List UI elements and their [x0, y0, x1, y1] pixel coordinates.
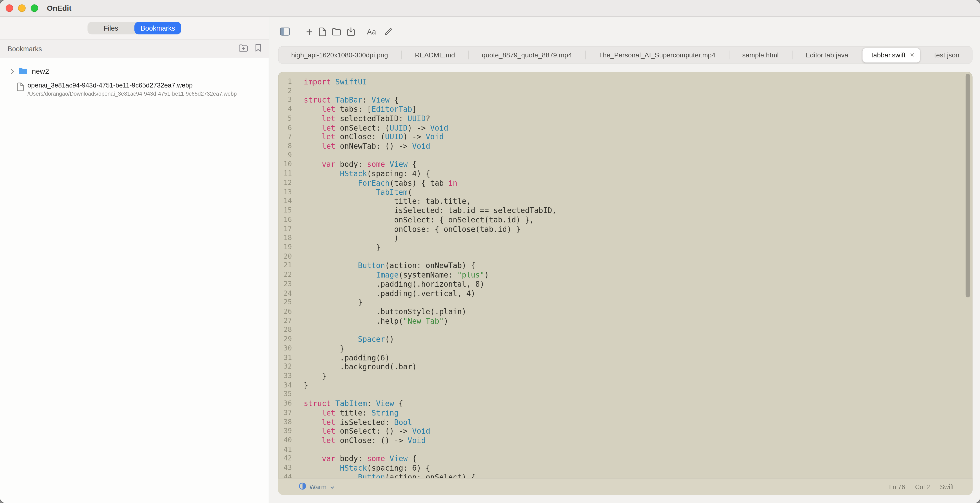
- code-text: struct TabItem: View {: [292, 400, 403, 409]
- code-line-10: 10 var body: some View {: [278, 160, 972, 169]
- edit-tools-icon[interactable]: [384, 27, 392, 36]
- line-number: 17: [278, 225, 292, 234]
- tab-bar: high_api-1620x1080-300dpi.pngREADME.mdqu…: [278, 46, 972, 64]
- code-line-34: 34}: [278, 381, 972, 390]
- bookmarks-tree: new2 openai_3e81ac94-943d-4751-be11-9c65…: [0, 57, 269, 503]
- minimize-window-button[interactable]: [18, 4, 25, 12]
- code-text: let onClose: () -> Void: [292, 436, 426, 445]
- line-number: 14: [278, 197, 292, 206]
- theme-name: Warm: [309, 483, 327, 490]
- code-text: HStack(spacing: 6) {: [292, 464, 430, 473]
- code-text: let onClose: (UUID) -> Void: [292, 133, 444, 142]
- code-line-31: 31 .padding(6): [278, 353, 972, 363]
- tab-EditorTab.java[interactable]: EditorTab.java: [792, 46, 861, 64]
- tree-file-row[interactable]: openai_3e81ac94-943d-4751-be11-9c65d2732…: [0, 81, 269, 97]
- line-number: 8: [278, 142, 292, 151]
- files-segment-button[interactable]: Files: [88, 22, 134, 35]
- code-line-7: 7 let onClose: (UUID) -> Void: [278, 133, 972, 142]
- line-number: 2: [278, 87, 292, 96]
- code-line-29: 29 Spacer(): [278, 335, 972, 344]
- line-number: 31: [278, 353, 292, 363]
- code-line-22: 22 Image(systemName: "plus"): [278, 271, 972, 280]
- bookmark-icon[interactable]: [255, 43, 261, 54]
- new-tab-icon[interactable]: [305, 28, 313, 35]
- code-text: Button(action: onSelect) {: [292, 473, 475, 478]
- tab-README.md[interactable]: README.md: [402, 46, 468, 64]
- tab-test.json[interactable]: test.json: [921, 46, 972, 64]
- line-number: 33: [278, 372, 292, 381]
- code-text: [292, 252, 304, 261]
- code-text: [292, 151, 304, 160]
- code-line-17: 17 onClose: { onClose(tab.id) }: [278, 225, 972, 234]
- code-text: TabItem(: [292, 188, 412, 197]
- tab-tabbar.swift[interactable]: tabbar.swift×: [863, 48, 920, 62]
- new-file-icon[interactable]: [319, 27, 326, 36]
- tab-The_Personal_AI_Supercomputer.mp4[interactable]: The_Personal_AI_Supercomputer.mp4: [585, 46, 729, 64]
- folder-icon: [19, 65, 27, 77]
- line-number: 27: [278, 317, 292, 326]
- line-number: 6: [278, 123, 292, 133]
- code-text: [292, 87, 304, 96]
- code-text: isSelected: tab.id == selectedTabID,: [292, 206, 557, 215]
- code-text: [292, 326, 304, 335]
- bookmarks-segment-button[interactable]: Bookmarks: [134, 22, 181, 35]
- chevron-down-icon: [330, 483, 334, 490]
- line-number: 40: [278, 436, 292, 445]
- code-text: .buttonStyle(.plain): [292, 307, 466, 317]
- code-line-41: 41: [278, 445, 972, 455]
- code-line-9: 9: [278, 151, 972, 160]
- editor-pane: Aa high_api-1620x1080-300dpi.pngREADME.m…: [269, 17, 980, 503]
- code-line-1: 1import SwiftUI: [278, 78, 972, 87]
- line-number: 11: [278, 169, 292, 178]
- line-number: 34: [278, 381, 292, 390]
- appearance-icon[interactable]: Aa: [367, 27, 376, 36]
- bookmark-file-path: /Users/dorangao/Downloads/openai_3e81ac9…: [27, 91, 269, 97]
- code-text: }: [292, 344, 344, 353]
- code-line-33: 33 }: [278, 372, 972, 381]
- code-line-30: 30 }: [278, 344, 972, 353]
- code-text: let onSelect: (UUID) -> Void: [292, 123, 448, 133]
- close-tab-icon[interactable]: ×: [910, 51, 914, 59]
- code-text: let isSelected: Bool: [292, 418, 412, 427]
- code-line-42: 42 var body: some View {: [278, 455, 972, 464]
- code-editor-container: 1import SwiftUI23struct TabBar: View {4 …: [278, 72, 972, 495]
- line-number: 44: [278, 473, 292, 478]
- window-titlebar[interactable]: OnEdit: [0, 0, 980, 17]
- cursor-col-indicator: Col 2: [915, 483, 930, 490]
- zoom-window-button[interactable]: [30, 4, 38, 12]
- tree-folder-row-new2[interactable]: new2: [0, 64, 269, 79]
- tab-label: The_Personal_AI_Supercomputer.mp4: [599, 51, 715, 59]
- line-number: 18: [278, 234, 292, 243]
- code-text: Image(systemName: "plus"): [292, 271, 489, 280]
- code-line-23: 23 .padding(.horizontal, 8): [278, 280, 972, 289]
- bookmarks-panel-header: Bookmarks: [0, 39, 269, 57]
- code-line-43: 43 HStack(spacing: 6) {: [278, 464, 972, 473]
- traffic-lights: [6, 4, 38, 12]
- line-number: 36: [278, 400, 292, 409]
- line-number: 23: [278, 280, 292, 289]
- code-text: onClose: { onClose(tab.id) }: [292, 225, 520, 234]
- close-window-button[interactable]: [6, 4, 13, 12]
- code-editor[interactable]: 1import SwiftUI23struct TabBar: View {4 …: [278, 72, 972, 478]
- code-line-37: 37 let title: String: [278, 409, 972, 418]
- code-line-32: 32 .background(.bar): [278, 363, 972, 372]
- line-number: 32: [278, 363, 292, 372]
- editor-scrollbar[interactable]: [966, 74, 970, 298]
- open-folder-icon[interactable]: [332, 28, 341, 35]
- line-number: 10: [278, 160, 292, 169]
- code-line-35: 35: [278, 390, 972, 400]
- tab-quote_8879_quote_8879.mp4[interactable]: quote_8879_quote_8879.mp4: [469, 46, 585, 64]
- line-number: 26: [278, 307, 292, 317]
- toggle-sidebar-icon[interactable]: [280, 27, 290, 36]
- editor-statusbar: Warm Ln 76 Col 2 Swift: [278, 478, 972, 495]
- code-text: [292, 445, 304, 455]
- line-number: 39: [278, 427, 292, 436]
- save-icon[interactable]: [347, 27, 355, 36]
- theme-picker[interactable]: Warm: [299, 482, 334, 491]
- tab-sample.html[interactable]: sample.html: [729, 46, 792, 64]
- line-number: 30: [278, 344, 292, 353]
- language-indicator: Swift: [940, 483, 954, 490]
- chevron-right-icon[interactable]: [11, 65, 14, 77]
- tab-high_api-1620x1080-300dpi.png[interactable]: high_api-1620x1080-300dpi.png: [278, 46, 401, 64]
- new-folder-icon[interactable]: [239, 43, 248, 54]
